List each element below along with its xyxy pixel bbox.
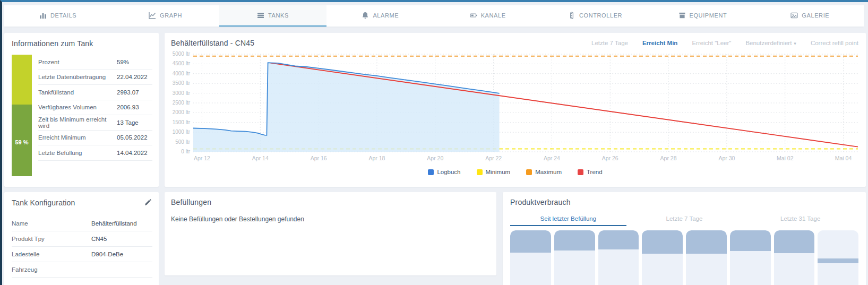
edit-pencil-icon[interactable] — [144, 198, 151, 205]
chart-bar-icon — [39, 12, 47, 19]
fill-level-chart[interactable]: 0 ltr500 ltr1000 ltr1500 ltr2000 ltr2500… — [168, 51, 862, 165]
consumption-bar — [510, 230, 551, 253]
svg-text:0 ltr: 0 ltr — [181, 149, 190, 154]
row-label: Tankfüllstand — [38, 89, 117, 96]
row-label: Verfügbares Volumen — [38, 104, 117, 110]
consumption-tab-letzte-31-tage[interactable]: Letzte 31 Tage — [742, 212, 858, 226]
chart-filter-correct-refill-point[interactable]: Correct refill point — [811, 40, 858, 46]
svg-text:Apr 14: Apr 14 — [252, 155, 269, 161]
svg-text:Apr 22: Apr 22 — [485, 155, 502, 161]
fill-level-chart-panel: Behälterfüllstand - CN45 Letzte 7 TageEr… — [165, 33, 866, 187]
chart-filter-erreicht-min[interactable]: Erreicht Min — [642, 40, 677, 46]
consumption-block[interactable] — [598, 230, 639, 285]
row-value: 22.04.2022 — [117, 74, 148, 80]
row-value: 13 Tage — [117, 119, 139, 126]
consumption-block[interactable] — [554, 230, 595, 285]
consumption-tab-seit-letzter-bef-llung[interactable]: Seit letzter Befüllung — [510, 212, 626, 226]
row-value: 05.05.2022 — [117, 134, 148, 141]
svg-text:Apr 26: Apr 26 — [602, 155, 618, 161]
chart-filter-erreicht-leer-[interactable]: Erreicht "Leer" — [692, 40, 731, 46]
panel-title: Informationen zum Tank — [12, 39, 93, 48]
svg-text:Apr 24: Apr 24 — [544, 155, 560, 161]
svg-text:1500 ltr: 1500 ltr — [173, 119, 191, 125]
gallery-icon — [790, 12, 798, 19]
top-tab-bar: DETAILSGRAPHTANKSALARMEKANÄLECONTROLLERE… — [4, 5, 864, 27]
svg-text:Apr 18: Apr 18 — [368, 155, 385, 161]
tab-kanäle[interactable]: KANÄLE — [434, 5, 542, 27]
row-value: 14.04.2022 — [117, 150, 148, 156]
table-row: Tankfüllstand2993.07 — [38, 85, 152, 100]
chart-legend: LogbuchMinimumMaximumTrend — [165, 169, 866, 175]
legend-item-trend[interactable]: Trend — [578, 169, 603, 175]
row-label: Produkt Tpy — [12, 236, 91, 242]
tab-label: DETAILS — [50, 12, 76, 19]
consumption-blocks — [510, 230, 858, 285]
consumption-block[interactable] — [818, 230, 858, 285]
legend-item-maximum[interactable]: Maximum — [526, 169, 562, 175]
legend-label: Maximum — [535, 169, 562, 175]
consumption-tab-letzte-7-tage[interactable]: Letzte 7 Tage — [626, 212, 743, 226]
filter-label: Erreicht Min — [642, 40, 677, 46]
tab-graph[interactable]: GRAPH — [111, 5, 219, 27]
tab-alarme[interactable]: ALARME — [326, 5, 434, 27]
fillings-panel: Befüllungen Keine Befüllungen oder Beste… — [165, 192, 496, 275]
row-value: CN45 — [91, 236, 107, 242]
svg-text:Apr 20: Apr 20 — [427, 155, 443, 161]
svg-text:Apr 12: Apr 12 — [194, 155, 210, 161]
chart-range-filters: Letzte 7 TageErreicht MinErreicht "Leer"… — [591, 40, 858, 46]
svg-text:500 ltr: 500 ltr — [175, 139, 190, 145]
tanks-icon — [257, 12, 264, 19]
row-label: Ladestelle — [12, 251, 91, 257]
svg-text:Apr 16: Apr 16 — [311, 155, 327, 161]
row-label: Zeit bis Minimum erreicht wird — [38, 116, 117, 129]
chart-filter-letzte-7-tage[interactable]: Letzte 7 Tage — [591, 40, 628, 46]
table-row: Verfügbares Volumen2006.93 — [38, 100, 152, 116]
chart-title: Behälterfüllstand - CN45 — [171, 39, 254, 47]
legend-item-minimum[interactable]: Minimum — [477, 169, 511, 175]
channels-icon — [470, 12, 477, 19]
table-row: Prozent59% — [38, 55, 152, 70]
row-value: 2993.07 — [117, 89, 139, 96]
tab-label: GRAPH — [160, 12, 182, 19]
tab-tanks[interactable]: TANKS — [219, 5, 326, 27]
tab-details[interactable]: DETAILS — [4, 5, 111, 27]
bell-icon — [362, 12, 369, 19]
table-row: NameBehälterfüllstand — [12, 216, 152, 231]
consumption-bar — [642, 230, 683, 254]
tank-config-rows: NameBehälterfüllstandProdukt TpyCN45Lade… — [12, 216, 152, 278]
table-row: Letzte Befüllung14.04.2022 — [38, 145, 152, 161]
consumption-block[interactable] — [686, 230, 727, 285]
consumption-block[interactable] — [730, 230, 771, 285]
row-label: Erreicht Minimum — [38, 134, 117, 141]
row-label: Letzte Befüllung — [38, 150, 117, 156]
svg-text:3000 ltr: 3000 ltr — [173, 90, 191, 96]
table-row: Erreicht Minimum05.05.2022 — [38, 131, 152, 146]
tab-galerie[interactable]: GALERIE — [757, 5, 864, 27]
consumption-bar — [730, 230, 771, 251]
tab-label: ALARME — [373, 12, 399, 19]
tab-controller[interactable]: CONTROLLER — [542, 5, 649, 27]
gauge-percent-label: 59 % — [12, 139, 32, 145]
svg-text:Mai 02: Mai 02 — [777, 155, 794, 161]
consumption-bar — [774, 230, 815, 253]
legend-swatch — [477, 169, 483, 175]
row-label: Letzte Datenübertragung — [38, 74, 117, 80]
legend-label: Trend — [587, 169, 603, 175]
legend-label: Logbuch — [437, 169, 460, 175]
legend-swatch — [526, 169, 532, 175]
chevron-down-icon: ▾ — [794, 41, 796, 46]
controller-icon — [568, 12, 575, 19]
consumption-tabs: Seit letzter BefüllungLetzte 7 TageLetzt… — [510, 212, 858, 226]
tank-config-panel: Tank Konfiguration NameBehälterfüllstand… — [4, 192, 159, 285]
consumption-block[interactable] — [510, 230, 551, 285]
empty-state-message: Keine Befüllungen oder Bestellungen gefu… — [171, 215, 304, 223]
panel-title: Produktverbrauch — [510, 198, 571, 206]
tab-equipment[interactable]: EQUIPMENT — [649, 5, 756, 27]
row-label: Prozent — [38, 59, 117, 65]
chart-filter-benutzerdefiniert[interactable]: Benutzerdefiniert▾ — [745, 40, 796, 46]
consumption-block[interactable] — [642, 230, 683, 285]
filter-label: Benutzerdefiniert — [745, 40, 792, 46]
consumption-block[interactable] — [774, 230, 815, 285]
legend-item-logbuch[interactable]: Logbuch — [428, 169, 460, 175]
tab-label: EQUIPMENT — [690, 12, 727, 19]
